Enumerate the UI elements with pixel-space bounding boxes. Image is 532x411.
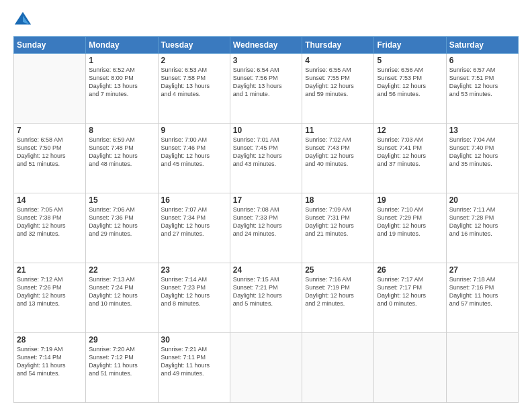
weekday-header-monday: Monday [86,37,158,54]
calendar-cell [446,333,518,403]
calendar-cell: 11Sunrise: 7:02 AM Sunset: 7:43 PM Dayli… [302,124,374,193]
day-info: Sunrise: 7:11 AM Sunset: 7:28 PM Dayligh… [449,205,515,238]
day-info: Sunrise: 7:09 AM Sunset: 7:31 PM Dayligh… [305,205,371,238]
week-row-1: 1Sunrise: 6:52 AM Sunset: 8:00 PM Daylig… [14,54,519,124]
calendar-cell: 19Sunrise: 7:10 AM Sunset: 7:29 PM Dayli… [374,193,446,263]
day-info: Sunrise: 7:06 AM Sunset: 7:36 PM Dayligh… [89,205,154,238]
day-info: Sunrise: 6:56 AM Sunset: 7:53 PM Dayligh… [377,66,443,99]
week-row-2: 7Sunrise: 6:58 AM Sunset: 7:50 PM Daylig… [14,124,519,193]
calendar-cell [14,54,86,124]
calendar-cell: 9Sunrise: 7:00 AM Sunset: 7:46 PM Daylig… [158,124,230,193]
calendar-cell: 12Sunrise: 7:03 AM Sunset: 7:41 PM Dayli… [374,124,446,193]
calendar-cell [374,333,446,403]
day-info: Sunrise: 6:52 AM Sunset: 8:00 PM Dayligh… [89,66,154,99]
day-info: Sunrise: 7:02 AM Sunset: 7:43 PM Dayligh… [305,136,371,169]
day-info: Sunrise: 6:58 AM Sunset: 7:50 PM Dayligh… [17,136,83,169]
day-number: 2 [161,56,227,65]
day-number: 14 [17,195,83,205]
calendar-cell: 5Sunrise: 6:56 AM Sunset: 7:53 PM Daylig… [374,54,446,124]
calendar-cell: 24Sunrise: 7:15 AM Sunset: 7:21 PM Dayli… [230,263,302,333]
weekday-header-wednesday: Wednesday [230,37,302,54]
calendar-cell: 2Sunrise: 6:53 AM Sunset: 7:58 PM Daylig… [158,54,230,124]
day-info: Sunrise: 7:05 AM Sunset: 7:38 PM Dayligh… [17,205,83,238]
calendar-cell: 26Sunrise: 7:17 AM Sunset: 7:17 PM Dayli… [374,263,446,333]
calendar-table: SundayMondayTuesdayWednesdayThursdayFrid… [13,36,519,403]
day-info: Sunrise: 7:03 AM Sunset: 7:41 PM Dayligh… [377,136,443,169]
calendar-cell: 17Sunrise: 7:08 AM Sunset: 7:33 PM Dayli… [230,193,302,263]
calendar-cell: 30Sunrise: 7:21 AM Sunset: 7:11 PM Dayli… [158,333,230,403]
day-number: 28 [17,335,83,345]
day-info: Sunrise: 6:59 AM Sunset: 7:48 PM Dayligh… [89,136,154,169]
day-number: 19 [377,195,443,205]
day-number: 11 [305,126,371,135]
calendar-cell [302,333,374,403]
day-number: 16 [161,195,227,205]
day-number: 26 [377,265,443,275]
day-number: 7 [17,126,83,135]
day-number: 15 [89,195,154,205]
day-number: 4 [305,56,371,65]
day-info: Sunrise: 6:53 AM Sunset: 7:58 PM Dayligh… [161,66,227,99]
day-info: Sunrise: 7:13 AM Sunset: 7:24 PM Dayligh… [89,275,154,308]
day-number: 30 [161,335,227,345]
day-number: 10 [233,126,299,135]
day-number: 22 [89,265,154,275]
day-info: Sunrise: 6:54 AM Sunset: 7:56 PM Dayligh… [233,66,299,99]
calendar-cell: 1Sunrise: 6:52 AM Sunset: 8:00 PM Daylig… [86,54,158,124]
day-number: 24 [233,265,299,275]
day-info: Sunrise: 7:15 AM Sunset: 7:21 PM Dayligh… [233,275,299,308]
day-info: Sunrise: 7:07 AM Sunset: 7:34 PM Dayligh… [161,205,227,238]
page: SundayMondayTuesdayWednesdayThursdayFrid… [0,0,532,411]
day-info: Sunrise: 7:14 AM Sunset: 7:23 PM Dayligh… [161,275,227,308]
calendar-cell: 8Sunrise: 6:59 AM Sunset: 7:48 PM Daylig… [86,124,158,193]
day-info: Sunrise: 7:19 AM Sunset: 7:14 PM Dayligh… [17,345,83,378]
day-number: 17 [233,195,299,205]
day-number: 29 [89,335,154,345]
logo-icon [13,11,32,30]
calendar-cell: 13Sunrise: 7:04 AM Sunset: 7:40 PM Dayli… [446,124,518,193]
day-info: Sunrise: 7:01 AM Sunset: 7:45 PM Dayligh… [233,136,299,169]
calendar-cell: 21Sunrise: 7:12 AM Sunset: 7:26 PM Dayli… [14,263,86,333]
weekday-header-friday: Friday [374,37,446,54]
calendar-cell: 18Sunrise: 7:09 AM Sunset: 7:31 PM Dayli… [302,193,374,263]
day-number: 18 [305,195,371,205]
calendar-cell: 28Sunrise: 7:19 AM Sunset: 7:14 PM Dayli… [14,333,86,403]
weekday-header-tuesday: Tuesday [158,37,230,54]
weekday-header-sunday: Sunday [14,37,86,54]
day-number: 3 [233,56,299,65]
calendar-cell: 3Sunrise: 6:54 AM Sunset: 7:56 PM Daylig… [230,54,302,124]
calendar-cell: 6Sunrise: 6:57 AM Sunset: 7:51 PM Daylig… [446,54,518,124]
calendar-cell: 23Sunrise: 7:14 AM Sunset: 7:23 PM Dayli… [158,263,230,333]
weekday-header-row: SundayMondayTuesdayWednesdayThursdayFrid… [14,37,519,54]
calendar-cell: 4Sunrise: 6:55 AM Sunset: 7:55 PM Daylig… [302,54,374,124]
calendar-cell: 20Sunrise: 7:11 AM Sunset: 7:28 PM Dayli… [446,193,518,263]
day-info: Sunrise: 7:17 AM Sunset: 7:17 PM Dayligh… [377,275,443,308]
calendar-cell: 15Sunrise: 7:06 AM Sunset: 7:36 PM Dayli… [86,193,158,263]
logo [13,11,35,30]
weekday-header-thursday: Thursday [302,37,374,54]
day-info: Sunrise: 7:12 AM Sunset: 7:26 PM Dayligh… [17,275,83,308]
week-row-4: 21Sunrise: 7:12 AM Sunset: 7:26 PM Dayli… [14,263,519,333]
week-row-5: 28Sunrise: 7:19 AM Sunset: 7:14 PM Dayli… [14,333,519,403]
calendar-cell: 22Sunrise: 7:13 AM Sunset: 7:24 PM Dayli… [86,263,158,333]
day-number: 5 [377,56,443,65]
calendar-cell: 10Sunrise: 7:01 AM Sunset: 7:45 PM Dayli… [230,124,302,193]
day-info: Sunrise: 7:21 AM Sunset: 7:11 PM Dayligh… [161,345,227,378]
day-number: 8 [89,126,154,135]
day-info: Sunrise: 7:08 AM Sunset: 7:33 PM Dayligh… [233,205,299,238]
day-info: Sunrise: 7:16 AM Sunset: 7:19 PM Dayligh… [305,275,371,308]
day-number: 1 [89,56,154,65]
day-number: 20 [449,195,515,205]
day-number: 6 [449,56,515,65]
calendar-cell: 7Sunrise: 6:58 AM Sunset: 7:50 PM Daylig… [14,124,86,193]
day-number: 23 [161,265,227,275]
day-number: 27 [449,265,515,275]
day-info: Sunrise: 7:04 AM Sunset: 7:40 PM Dayligh… [449,136,515,169]
day-number: 12 [377,126,443,135]
day-info: Sunrise: 7:00 AM Sunset: 7:46 PM Dayligh… [161,136,227,169]
day-info: Sunrise: 6:57 AM Sunset: 7:51 PM Dayligh… [449,66,515,99]
calendar-cell: 29Sunrise: 7:20 AM Sunset: 7:12 PM Dayli… [86,333,158,403]
day-number: 25 [305,265,371,275]
week-row-3: 14Sunrise: 7:05 AM Sunset: 7:38 PM Dayli… [14,193,519,263]
day-info: Sunrise: 7:10 AM Sunset: 7:29 PM Dayligh… [377,205,443,238]
